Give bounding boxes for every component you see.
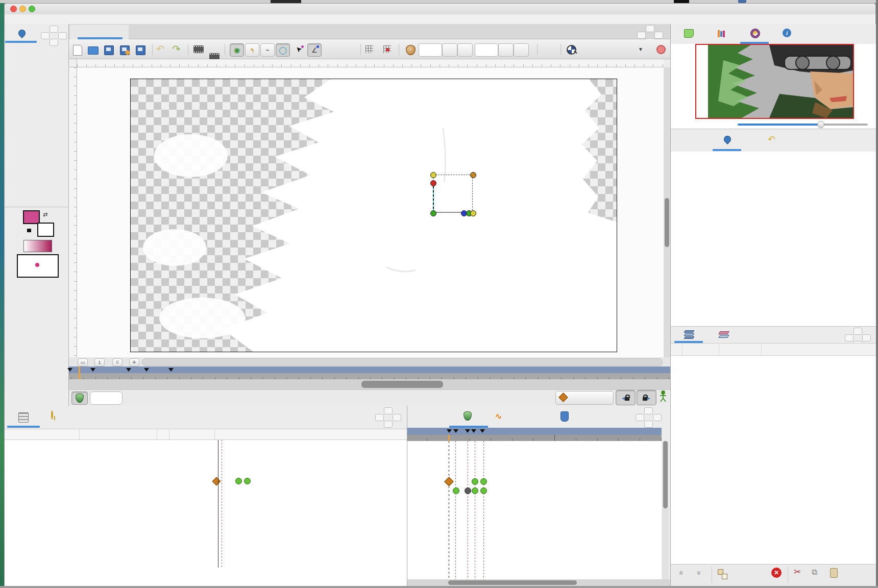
timetrack-keyframe-band[interactable]	[407, 428, 662, 435]
minimize-button[interactable]	[19, 6, 26, 12]
navigator-preview-frame[interactable]	[695, 44, 854, 119]
widget-handle-orange[interactable]	[470, 172, 476, 178]
swap-colors-icon[interactable]: ⇄	[43, 211, 47, 218]
onion-past-field[interactable]	[419, 43, 442, 57]
params-tab-icon[interactable]	[18, 412, 29, 423]
timetrack-hscroll-handle[interactable]	[448, 580, 577, 585]
sound-tab-icon[interactable]	[560, 411, 569, 422]
transform-widget[interactable]	[433, 175, 473, 213]
onion-past-minus[interactable]	[442, 43, 457, 57]
tt-waypoint[interactable]	[453, 487, 459, 494]
widget-handle-green[interactable]	[430, 210, 436, 216]
center-view-button[interactable]: ✛	[129, 358, 139, 366]
curves-tab-icon[interactable]: ∿	[495, 411, 502, 421]
reset-colors-icon[interactable]	[27, 229, 31, 232]
undo-icon[interactable]: ↶	[156, 43, 165, 55]
onion-future-plus[interactable]	[514, 43, 529, 57]
note-tab-icon[interactable]	[684, 29, 694, 38]
paste-icon[interactable]	[830, 568, 838, 578]
history-tab-icon[interactable]: ↶	[768, 134, 775, 145]
layers-depth-tab-icon[interactable]	[719, 330, 729, 339]
redo-icon[interactable]: ↷	[172, 43, 181, 55]
keyframe-marker-icon[interactable]	[144, 368, 149, 372]
record-button[interactable]	[656, 45, 666, 54]
ruler-left[interactable]	[69, 67, 77, 357]
time-cursor[interactable]	[79, 366, 80, 379]
close-button[interactable]	[10, 6, 17, 12]
timetrack-ruler[interactable]	[407, 435, 662, 441]
toolbox-dock-controls[interactable]	[41, 26, 66, 45]
render-toggle-button[interactable]	[71, 391, 88, 405]
tt-keyframe-marker-icon[interactable]	[480, 429, 485, 433]
angle-toggle-icon[interactable]: ∠	[307, 43, 322, 57]
tt-keyframe-marker-icon[interactable]	[447, 429, 452, 433]
tt-keyframe-marker-icon[interactable]	[471, 429, 476, 433]
timetrack-params-tab-icon[interactable]	[464, 411, 472, 421]
current-time-field[interactable]	[90, 391, 123, 405]
tt-waypoint-disabled[interactable]	[465, 487, 471, 494]
raise-layer-icon[interactable]: »	[676, 571, 685, 575]
tile-view-button[interactable]: ⠿	[112, 358, 123, 366]
cursor-toggle-icon[interactable]: ➤	[292, 43, 305, 56]
widget-handle-yellow2[interactable]	[470, 210, 476, 216]
keyframe-marker-icon[interactable]	[67, 368, 72, 372]
copy-icon[interactable]: ⧉	[812, 568, 817, 577]
tt-keyframe-marker-icon[interactable]	[453, 429, 458, 433]
canvas-vscroll-handle[interactable]	[665, 198, 669, 247]
interpolation-clamped-button[interactable]: ◯	[276, 43, 290, 57]
tt-waypoint[interactable]	[480, 487, 487, 494]
interpolation-tcb-button[interactable]: ◉	[230, 43, 244, 57]
lower-layer-icon[interactable]: »	[695, 571, 704, 575]
timebar-ruler[interactable]	[69, 373, 670, 379]
timetrack-vscroll-handle[interactable]	[663, 441, 668, 508]
timetrack-time-cursor[interactable]	[448, 435, 450, 441]
toolbar-overflow-icon[interactable]: ▼	[638, 46, 643, 52]
delete-layer-icon[interactable]: ✕	[771, 568, 782, 578]
timebar-keyframe-band[interactable]	[69, 366, 670, 373]
interpolation-ease-button[interactable]: ٩	[245, 43, 259, 57]
tt-waypoint[interactable]	[480, 478, 487, 485]
page-number-button[interactable]: 1	[94, 358, 105, 366]
param-waypoint[interactable]	[235, 478, 242, 484]
lock-past-keyframe-button[interactable]: ◀	[616, 390, 636, 405]
open-icon[interactable]	[88, 46, 99, 55]
tt-keyframe-marker-icon[interactable]	[465, 429, 470, 433]
timetrack-dock-controls[interactable]	[636, 407, 661, 427]
layers-tab-icon[interactable]	[684, 330, 694, 339]
new-doc-icon[interactable]	[73, 45, 82, 56]
tt-waypoint[interactable]	[472, 487, 478, 494]
onion-past-plus[interactable]	[457, 43, 473, 57]
keyframe-marker-icon[interactable]	[90, 368, 95, 372]
keyframe-marker-icon[interactable]	[168, 368, 174, 372]
param-waypoint[interactable]	[244, 478, 251, 484]
time-scroll-handle[interactable]	[361, 381, 443, 388]
navigator-zoom-handle[interactable]	[817, 121, 824, 128]
canvas-hscrollbar[interactable]	[142, 358, 663, 366]
params-dock-controls[interactable]	[375, 407, 401, 427]
bg-color-swatch[interactable]	[37, 223, 54, 237]
tt-waypoint[interactable]	[472, 478, 478, 485]
render-quality-icon[interactable]	[567, 45, 576, 55]
widget-handle-red[interactable]	[430, 180, 436, 186]
widget-handle-yellow[interactable]	[430, 172, 436, 178]
keyframe-marker-icon[interactable]	[126, 368, 131, 372]
onion-future-minus[interactable]	[498, 43, 514, 57]
cut-icon[interactable]: ✂	[794, 567, 801, 577]
fg-color-swatch[interactable]	[23, 210, 40, 224]
canvas-menu-icon[interactable]	[193, 45, 204, 53]
ruler-top[interactable]	[77, 59, 664, 67]
keyframes-tab-icon[interactable]	[51, 411, 53, 419]
bone-setup-icon[interactable]	[659, 390, 667, 403]
lock-future-keyframe-button[interactable]: ▶	[637, 390, 656, 405]
onion-future-field[interactable]	[475, 43, 498, 57]
zoom-button[interactable]	[29, 6, 35, 12]
gradient-swatch[interactable]	[23, 240, 52, 252]
canvas-viewport[interactable]	[77, 67, 664, 357]
title-bar[interactable]	[5, 4, 875, 14]
timetrack-body[interactable]	[407, 441, 662, 579]
minimize-canvas-button[interactable]: ▭	[78, 358, 88, 366]
info-tab-icon[interactable]: i	[783, 29, 791, 37]
grid-icon[interactable]	[365, 45, 373, 53]
palette-tab-icon[interactable]	[717, 29, 726, 38]
interpolation-linear-button[interactable]: ⌁	[260, 43, 275, 57]
